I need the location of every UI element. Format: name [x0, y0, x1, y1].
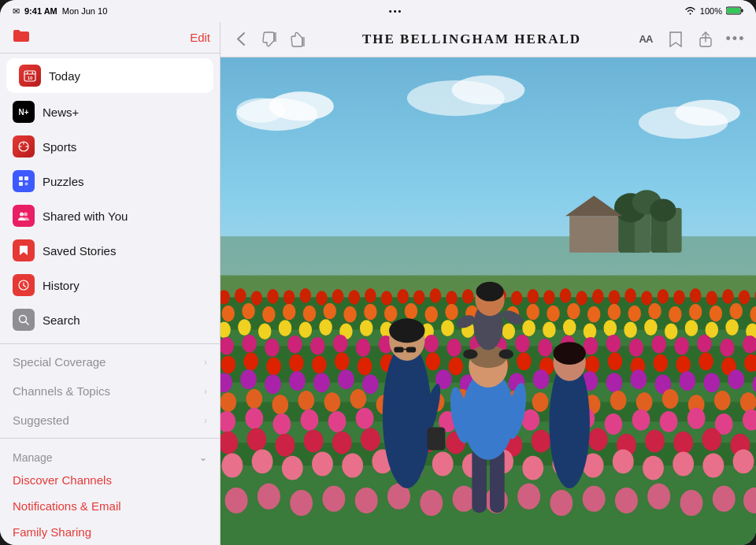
svg-point-66 — [560, 288, 571, 303]
special-coverage-chevron: › — [204, 357, 207, 368]
sidebar-item-suggested[interactable]: Suggested › — [0, 406, 220, 435]
svg-point-153 — [606, 335, 621, 353]
manage-header: Manage ⌄ — [0, 442, 220, 467]
svg-point-333 — [554, 342, 586, 365]
svg-point-277 — [342, 453, 363, 477]
svg-point-81 — [242, 302, 255, 319]
svg-point-233 — [245, 408, 263, 429]
svg-point-71 — [641, 291, 652, 306]
newsplus-label: News+ — [43, 106, 79, 119]
svg-point-180 — [653, 354, 668, 372]
svg-point-64 — [528, 289, 539, 304]
font-size-button[interactable]: AA — [635, 28, 657, 50]
history-label: History — [43, 279, 80, 292]
svg-point-89 — [405, 302, 418, 319]
svg-point-110 — [258, 323, 272, 339]
newsplus-icon: N+ — [13, 101, 35, 123]
like-button[interactable] — [287, 28, 309, 50]
sidebar-item-shared[interactable]: Shared with You — [0, 198, 220, 233]
edit-button[interactable]: Edit — [190, 31, 210, 44]
more-button[interactable]: ••• — [724, 28, 747, 50]
history-icon — [13, 274, 35, 296]
svg-rect-316 — [428, 427, 446, 450]
channels-topics-chevron: › — [204, 386, 207, 397]
svg-point-190 — [313, 373, 330, 392]
svg-point-40 — [650, 198, 676, 221]
sidebar-header: Edit — [0, 22, 220, 54]
discover-channels-link[interactable]: Discover Channels — [0, 467, 220, 493]
search-nav-icon — [13, 309, 35, 331]
svg-point-53 — [349, 290, 360, 305]
puzzles-label: Puzzles — [43, 175, 84, 188]
svg-point-56 — [397, 289, 408, 304]
svg-point-303 — [583, 486, 606, 512]
svg-point-14 — [24, 213, 28, 217]
bookmark-button[interactable] — [665, 28, 687, 50]
svg-point-99 — [608, 304, 621, 321]
svg-point-112 — [299, 321, 313, 338]
shared-label: Shared with You — [43, 209, 128, 223]
svg-point-51 — [316, 291, 327, 306]
svg-point-30 — [452, 76, 525, 105]
shared-icon — [13, 205, 35, 227]
svg-point-80 — [222, 306, 235, 322]
svg-point-68 — [592, 289, 603, 304]
svg-point-286 — [613, 449, 634, 473]
svg-point-98 — [587, 306, 601, 323]
svg-rect-312 — [394, 347, 403, 352]
svg-point-298 — [420, 490, 443, 516]
ipad-frame: ✉ 9:41 AM Mon Jun 10 ••• 100% — [0, 0, 756, 545]
svg-point-304 — [615, 488, 638, 513]
back-button[interactable] — [230, 28, 252, 50]
svg-point-126 — [584, 323, 597, 339]
svg-point-290 — [733, 449, 754, 473]
sidebar-item-history[interactable]: History — [0, 268, 220, 302]
svg-point-47 — [251, 291, 262, 306]
svg-point-149 — [515, 335, 530, 353]
sports-icon — [13, 135, 35, 158]
dislike-button[interactable] — [258, 28, 280, 50]
svg-point-280 — [432, 451, 454, 476]
svg-point-266 — [588, 428, 608, 450]
sidebar-item-puzzles[interactable]: Puzzles — [0, 164, 220, 198]
svg-point-158 — [720, 339, 735, 357]
sidebar-item-saved[interactable]: Saved Stories — [0, 233, 220, 268]
channels-topics-label: Channels & Topics — [13, 384, 110, 398]
svg-point-181 — [676, 356, 691, 374]
sidebar-item-special-coverage[interactable]: Special Coverage › — [0, 347, 220, 376]
svg-rect-1 — [742, 9, 743, 12]
svg-point-72 — [658, 289, 669, 304]
saved-icon — [13, 239, 35, 261]
svg-point-268 — [645, 429, 665, 452]
svg-rect-5 — [27, 72, 28, 74]
svg-point-139 — [287, 336, 302, 354]
svg-point-83 — [283, 304, 296, 321]
svg-point-249 — [687, 408, 706, 429]
svg-point-305 — [647, 484, 670, 510]
status-mail-icon: ✉ — [13, 6, 20, 17]
share-button[interactable] — [695, 28, 717, 50]
notifications-email-link[interactable]: Notifications & Email — [0, 493, 220, 519]
svg-rect-10 — [24, 176, 28, 180]
sidebar-item-search[interactable]: Search — [0, 302, 220, 337]
sidebar-item-newsplus[interactable]: N+ News+ — [0, 95, 220, 129]
svg-line-19 — [26, 322, 29, 325]
svg-point-301 — [517, 484, 540, 510]
svg-point-58 — [430, 288, 441, 303]
sidebar-item-sports[interactable]: Sports — [0, 129, 220, 164]
svg-point-150 — [538, 339, 553, 357]
svg-point-162 — [243, 352, 258, 370]
svg-point-123 — [522, 320, 536, 336]
svg-point-206 — [703, 373, 720, 392]
svg-point-48 — [267, 289, 278, 304]
svg-point-296 — [355, 488, 378, 513]
sidebar-item-channels-topics[interactable]: Channels & Topics › — [0, 376, 220, 406]
svg-point-100 — [628, 306, 641, 322]
svg-point-157 — [697, 335, 712, 353]
family-sharing-link[interactable]: Family Sharing — [0, 519, 220, 545]
svg-point-46 — [235, 288, 246, 303]
sidebar-item-today[interactable]: 10 Today — [6, 58, 213, 93]
svg-point-227 — [662, 389, 679, 409]
svg-point-270 — [702, 428, 721, 450]
svg-point-255 — [276, 434, 295, 457]
